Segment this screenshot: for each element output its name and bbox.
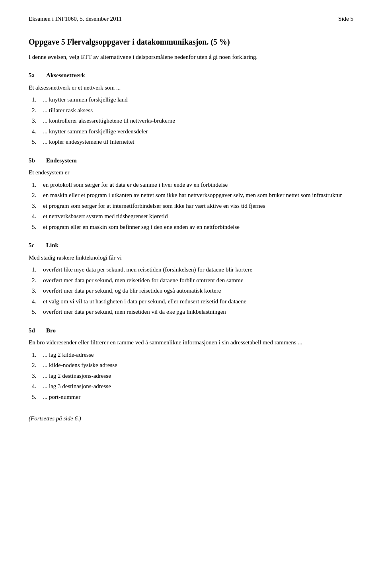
item-number: 3. — [32, 116, 43, 125]
item-text: ... lag 2 kilde-adresse — [43, 350, 353, 359]
item-number: 5. — [32, 137, 43, 147]
section-label-5c: 5c — [29, 241, 45, 250]
list-item: 2.... tillater rask aksess — [32, 106, 353, 115]
item-text: ... knytter sammen forskjellige verdensd… — [43, 127, 353, 136]
item-text: ... kontrollerer aksessrettighetene til … — [43, 116, 353, 125]
list-item: 5.et program eller en maskin som befinne… — [32, 223, 353, 232]
item-text: ... knytter sammen forskjellige land — [43, 95, 353, 104]
section-title-5d: Bro — [46, 326, 56, 335]
item-number: 2. — [32, 106, 43, 115]
item-number: 5. — [32, 223, 43, 232]
item-number: 3. — [32, 286, 43, 295]
section-intro-5b: Et endesystem er — [29, 168, 353, 177]
item-number: 1. — [32, 350, 43, 359]
item-text: et program eller en maskin som befinner … — [43, 223, 353, 232]
section-header-5b: 5bEndesystem — [29, 156, 353, 165]
list-item: 3.et program som sørger for at internett… — [32, 201, 353, 211]
section-title-5b: Endesystem — [46, 156, 77, 165]
item-number: 4. — [32, 212, 43, 221]
options-list-5a: 1.... knytter sammen forskjellige land2.… — [32, 95, 353, 147]
section-label-5d: 5d — [29, 326, 45, 335]
item-text: overført mer data per sekund, men reiset… — [43, 307, 353, 316]
section-title-5c: Link — [46, 241, 58, 250]
item-number: 2. — [32, 361, 43, 370]
options-list-5b: 1.en protokoll som sørger for at data er… — [32, 180, 353, 232]
list-item: 3.... kontrollerer aksessrettighetene ti… — [32, 116, 353, 125]
item-text: ... kilde-nodens fysiske adresse — [43, 361, 353, 370]
intro-text: I denne øvelsen, velg ETT av alternative… — [29, 53, 353, 62]
list-item: 3.overført mer data per sekund, og da bl… — [32, 286, 353, 295]
list-item: 5.overført mer data per sekund, men reis… — [32, 307, 353, 316]
item-text: et program som sørger for at internettfo… — [43, 201, 353, 211]
item-number: 4. — [32, 127, 43, 136]
item-number: 4. — [32, 382, 43, 391]
page-header: Eksamen i INF1060, 5. desember 2011 Side… — [29, 14, 353, 26]
list-item: 4.... knytter sammen forskjellige verden… — [32, 127, 353, 136]
item-text: overført mer data per sekund, men reiset… — [43, 276, 353, 285]
item-text: ... kopler endesystemene til Internettet — [43, 137, 353, 147]
item-number: 4. — [32, 297, 43, 306]
item-number: 3. — [32, 201, 43, 211]
list-item: 1.... lag 2 kilde-adresse — [32, 350, 353, 359]
page-title: Oppgave 5 Flervalgsoppgaver i datakommun… — [29, 36, 353, 48]
list-item: 1.overført like mye data per sekund, men… — [32, 265, 353, 274]
section-header-5a: 5aAksessnettverk — [29, 71, 353, 80]
item-text: ... lag 2 destinasjons-adresse — [43, 371, 353, 381]
list-item: 2.en maskin eller et program i utkanten … — [32, 191, 353, 200]
sections-container: 5aAksessnettverkEt aksessnettverk er et … — [29, 71, 353, 401]
item-number: 5. — [32, 393, 43, 402]
list-item: 1.en protokoll som sørger for at data er… — [32, 180, 353, 189]
list-item: 2.overført mer data per sekund, men reis… — [32, 276, 353, 285]
item-number: 1. — [32, 180, 43, 189]
item-number: 5. — [32, 307, 43, 316]
header-page: Side 5 — [338, 14, 353, 23]
list-item: 2.... kilde-nodens fysiske adresse — [32, 361, 353, 370]
list-item: 5.... port-nummer — [32, 393, 353, 402]
section-intro-5d: En bro videresender eller filtrerer en r… — [29, 338, 353, 347]
list-item: 4.... lag 3 destinasjons-adresse — [32, 382, 353, 391]
section-header-5c: 5cLink — [29, 241, 353, 250]
section-header-5d: 5dBro — [29, 326, 353, 335]
list-item: 4.et nettverksbasert system med tidsbegr… — [32, 212, 353, 221]
list-item: 4.et valg om vi vil ta ut hastigheten i … — [32, 297, 353, 306]
item-number: 2. — [32, 276, 43, 285]
list-item: 5.... kopler endesystemene til Internett… — [32, 137, 353, 147]
item-number: 2. — [32, 191, 43, 200]
section-label-5b: 5b — [29, 156, 45, 165]
item-text: et nettverksbasert system med tidsbegren… — [43, 212, 353, 221]
item-text: en maskin eller et program i utkanten av… — [43, 191, 353, 200]
section-intro-5c: Med stadig raskere linkteknologi får vi — [29, 253, 353, 262]
section-intro-5a: Et aksessnettverk er et nettverk som ... — [29, 83, 353, 92]
options-list-5d: 1.... lag 2 kilde-adresse2.... kilde-nod… — [32, 350, 353, 402]
item-number: 1. — [32, 95, 43, 104]
list-item: 3.... lag 2 destinasjons-adresse — [32, 371, 353, 381]
item-text: overført mer data per sekund, og da blir… — [43, 286, 353, 295]
section-label-5a: 5a — [29, 71, 45, 80]
item-text: et valg om vi vil ta ut hastigheten i da… — [43, 297, 353, 306]
item-number: 1. — [32, 265, 43, 274]
header-title: Eksamen i INF1060, 5. desember 2011 — [29, 14, 122, 23]
item-text: ... lag 3 destinasjons-adresse — [43, 382, 353, 391]
item-text: en protokoll som sørger for at data er d… — [43, 180, 353, 189]
list-item: 1.... knytter sammen forskjellige land — [32, 95, 353, 104]
item-number: 3. — [32, 371, 43, 381]
options-list-5c: 1.overført like mye data per sekund, men… — [32, 265, 353, 316]
footer-note: (Fortsettes på side 6.) — [29, 414, 353, 423]
item-text: ... tillater rask aksess — [43, 106, 353, 115]
item-text: overført like mye data per sekund, men r… — [43, 265, 353, 274]
item-text: ... port-nummer — [43, 393, 353, 402]
section-title-5a: Aksessnettverk — [46, 71, 85, 80]
